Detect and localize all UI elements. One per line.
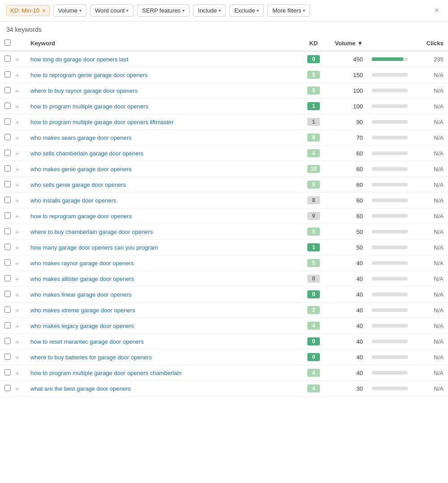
table-row: +who installs garage door openers860N/A [0,193,448,208]
row-add-cell[interactable]: + [15,349,26,365]
kd-header[interactable]: KD [300,36,327,51]
row-add-cell[interactable]: + [15,334,26,349]
keyword-cell[interactable]: how to reprogram genie garage door opene… [26,67,300,83]
keyword-table: Keyword KD Volume ▼ Clicks +how long do … [0,36,448,397]
row-add-cell[interactable]: + [15,208,26,224]
row-checkbox[interactable] [4,369,11,375]
row-checkbox-cell [0,146,15,161]
include-filter-button[interactable]: Include ▾ [193,4,226,17]
keyword-cell[interactable]: how long do garage door openers last [26,51,300,67]
keyword-cell[interactable]: who installs garage door openers [26,193,300,208]
keyword-cell[interactable]: who makes genie garage door openers [26,161,300,177]
row-checkbox-cell [0,318,15,334]
row-checkbox[interactable] [4,275,11,281]
row-checkbox[interactable] [4,338,11,344]
row-add-cell[interactable]: + [15,318,26,334]
word-count-filter-button[interactable]: Word count ▾ [90,4,134,17]
kd-cell: 0 [300,287,327,302]
row-checkbox[interactable] [4,103,11,109]
keyword-cell[interactable]: where to buy chamberlain garage door ope… [26,224,300,240]
row-checkbox[interactable] [4,197,11,203]
kd-cell: 0 [300,334,327,349]
row-add-cell[interactable]: + [15,83,26,99]
keyword-cell[interactable]: who makes allister garage door openers [26,271,300,287]
clear-all-button[interactable]: × [431,5,442,16]
row-add-cell[interactable]: + [15,287,26,302]
row-add-cell[interactable]: + [15,177,26,193]
keyword-cell[interactable]: how many garage door openers can you pro… [26,240,300,255]
keyword-cell[interactable]: where to buy raynor garage door openers [26,83,300,99]
volume-header[interactable]: Volume ▼ [327,36,367,51]
row-checkbox[interactable] [4,87,11,93]
keyword-cell[interactable]: who sells genie garage door openers [26,177,300,193]
kd-cell: 0 [300,349,327,365]
keyword-cell[interactable]: what are the best garage door openers [26,381,300,397]
keyword-cell[interactable]: who makes legacy garage door openers [26,318,300,334]
row-add-cell[interactable]: + [15,271,26,287]
row-add-cell[interactable]: + [15,193,26,208]
row-add-cell[interactable]: + [15,224,26,240]
row-add-cell[interactable]: + [15,99,26,114]
keyword-cell[interactable]: who makes linear garage door openers [26,287,300,302]
row-checkbox[interactable] [4,56,11,62]
row-add-cell[interactable]: + [15,114,26,130]
row-add-cell[interactable]: + [15,146,26,161]
row-add-cell[interactable]: + [15,381,26,397]
row-add-cell[interactable]: + [15,67,26,83]
keyword-cell[interactable]: how to program multiple garage door open… [26,114,300,130]
keyword-cell[interactable]: where to buy batteries for garage door o… [26,349,300,365]
row-checkbox-cell [0,240,15,255]
row-checkbox[interactable] [4,354,11,360]
row-checkbox[interactable] [4,118,11,125]
table-row: +how many garage door openers can you pr… [0,240,448,255]
row-checkbox-cell [0,67,15,83]
volume-cell: 60 [327,146,367,161]
row-checkbox[interactable] [4,291,11,297]
row-add-cell[interactable]: + [15,302,26,318]
row-checkbox[interactable] [4,322,11,328]
row-checkbox[interactable] [4,259,11,266]
keyword-cell[interactable]: who makes sears garage door openers [26,130,300,146]
row-checkbox-cell [0,51,15,67]
kd-cell: 4 [300,381,327,397]
row-checkbox-cell [0,255,15,271]
row-add-cell[interactable]: + [15,130,26,146]
table-row: +who sells chamberlain garage door opene… [0,146,448,161]
row-checkbox[interactable] [4,306,11,313]
bar-cell [367,365,412,381]
row-checkbox[interactable] [4,212,11,219]
row-checkbox[interactable] [4,385,11,391]
row-checkbox[interactable] [4,181,11,187]
row-add-cell[interactable]: + [15,255,26,271]
select-all-header[interactable] [0,36,15,51]
select-all-checkbox[interactable] [4,39,11,46]
keyword-cell[interactable]: how to program multiple garage door open… [26,99,300,114]
bar-cell [367,255,412,271]
kd-cell: 8 [300,193,327,208]
keyword-cell[interactable]: who makes xtreme garage door openers [26,302,300,318]
clicks-cell: N/A [412,349,448,365]
row-add-cell[interactable]: + [15,240,26,255]
row-add-cell[interactable]: + [15,51,26,67]
more-filters-button[interactable]: More filters ▾ [267,4,310,17]
clicks-cell: N/A [412,193,448,208]
volume-filter-button[interactable]: Volume ▾ [53,4,86,17]
kd-cell: 10 [300,161,327,177]
row-add-cell[interactable]: + [15,365,26,381]
bar-cell [367,240,412,255]
row-checkbox[interactable] [4,150,11,156]
keyword-cell[interactable]: how to program multiple garage door open… [26,365,300,381]
row-checkbox[interactable] [4,228,11,234]
keyword-cell[interactable]: how to reprogram garage door openers [26,208,300,224]
row-checkbox[interactable] [4,165,11,172]
active-filter-close[interactable]: × [42,8,46,13]
keyword-cell[interactable]: who makes raynor garage door openers [26,255,300,271]
keyword-cell[interactable]: who sells chamberlain garage door opener… [26,146,300,161]
row-checkbox[interactable] [4,244,11,250]
serp-features-filter-button[interactable]: SERP features ▾ [137,4,190,17]
row-checkbox[interactable] [4,71,11,78]
row-checkbox[interactable] [4,134,11,140]
exclude-filter-button[interactable]: Exclude ▾ [229,4,264,17]
row-add-cell[interactable]: + [15,161,26,177]
keyword-cell[interactable]: how to reset marantec garage door opener… [26,334,300,349]
